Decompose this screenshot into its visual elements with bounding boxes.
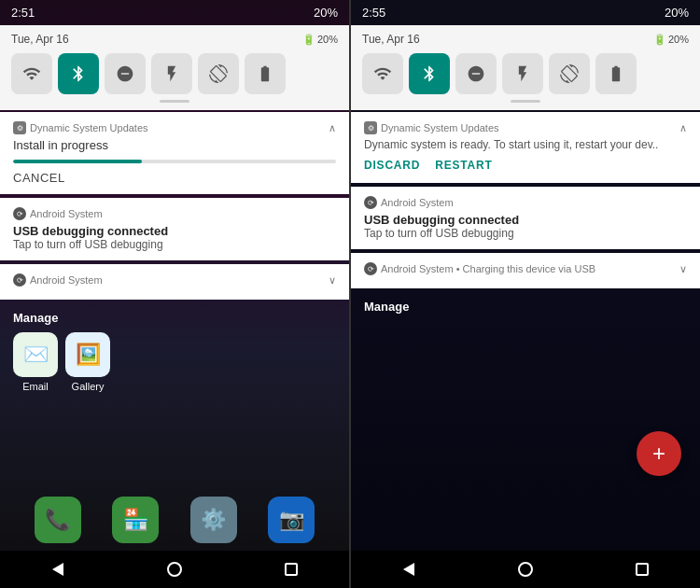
r-bluetooth-toggle[interactable]: [409, 53, 450, 94]
right-nav-recent[interactable]: [631, 558, 653, 581]
left-app-grid: ✉️ Email 🖼️ Gallery: [13, 332, 336, 392]
r-notif-dsu-app-name: ⚙ Dynamic System Updates: [364, 121, 499, 134]
right-battery-icon: 🔋 20%: [653, 34, 689, 46]
notif-dsu-cancel[interactable]: CANCEL: [13, 171, 336, 185]
dnd-toggle[interactable]: [105, 53, 146, 94]
dock-camera[interactable]: 📷: [268, 497, 315, 543]
r-notif-dsu-header: ⚙ Dynamic System Updates ∧: [364, 121, 687, 134]
app-item-gallery[interactable]: 🖼️ Gallery: [65, 332, 110, 392]
left-phone-panel: 2:51 20% Tue, Apr 16 🔋 20%: [0, 0, 349, 588]
notif-charging-app-name: ⟳ Android System: [13, 273, 103, 287]
charging-app-icon: ⟳: [13, 273, 26, 287]
left-time: 2:51: [11, 6, 35, 20]
fab-button[interactable]: +: [637, 431, 681, 476]
left-date: Tue, Apr 16: [11, 33, 69, 46]
right-nav-home[interactable]: [514, 558, 537, 581]
left-manage-label: Manage: [13, 311, 336, 325]
right-manage-label: Manage: [364, 300, 687, 314]
left-dock: 📞 🏪 ⚙️ 📷: [0, 489, 349, 551]
left-notif-charging[interactable]: ⟳ Android System ∨: [0, 264, 349, 300]
flashlight-toggle[interactable]: [151, 53, 192, 94]
left-nav-bar: [0, 551, 349, 588]
discard-button[interactable]: DISCARD: [364, 157, 420, 174]
battery-saver-toggle[interactable]: [245, 53, 286, 94]
recent-icon: [285, 563, 298, 576]
left-nav-recent[interactable]: [280, 558, 302, 581]
notif-dsu-header: ⚙ Dynamic System Updates ∧: [13, 121, 336, 134]
left-manage-section: Manage ✉️ Email 🖼️ Gallery: [0, 301, 349, 398]
right-time: 2:55: [362, 6, 385, 20]
r-flashlight-toggle[interactable]: [502, 53, 543, 94]
notif-usb-title: USB debugging connected: [13, 224, 336, 238]
dock-store[interactable]: 🏪: [112, 497, 159, 543]
r-home-icon: [518, 562, 533, 577]
home-icon: [167, 562, 182, 577]
r-battery-saver-toggle[interactable]: [595, 53, 637, 94]
right-date: Tue, Apr 16: [362, 33, 420, 46]
notif-dsu-progress-bar: [13, 160, 336, 163]
restart-button[interactable]: RESTART: [435, 157, 492, 174]
right-nav-bar: [351, 551, 700, 588]
r-notif-usb-app-name: ⟳ Android System: [364, 196, 454, 209]
dock-settings[interactable]: ⚙️: [190, 497, 237, 543]
left-nav-back[interactable]: [47, 558, 69, 581]
dsu-app-icon: ⚙: [13, 121, 26, 134]
notif-usb-body: Tap to turn off USB debugging: [13, 238, 336, 251]
notif-charging-expand[interactable]: ∨: [329, 274, 336, 287]
email-icon-box: ✉️: [13, 332, 58, 377]
right-quick-settings: Tue, Apr 16 🔋 20%: [351, 25, 700, 110]
rotate-toggle[interactable]: [198, 53, 239, 94]
notif-dsu-app-name: ⚙ Dynamic System Updates: [13, 121, 148, 134]
r-dnd-toggle[interactable]: [455, 53, 497, 94]
r-notif-usb-title: USB debugging connected: [364, 213, 687, 227]
dock-phone[interactable]: 📞: [35, 497, 81, 543]
r-notif-charging-expand[interactable]: ∨: [679, 263, 687, 275]
right-nav-back[interactable]: [398, 558, 420, 581]
notif-usb-header: ⟳ Android System: [13, 207, 336, 220]
r-notif-usb-header: ⟳ Android System: [364, 196, 687, 209]
right-status-bar: 2:55 20%: [351, 0, 700, 25]
left-quick-settings: Tue, Apr 16 🔋 20%: [0, 25, 349, 110]
r-usb-app-icon: ⟳: [364, 196, 377, 209]
left-qs-icons: [11, 53, 338, 94]
notif-dsu-title: Install in progress: [13, 138, 336, 152]
right-notif-usb[interactable]: ⟳ Android System USB debugging connected…: [351, 187, 700, 249]
left-notif-usb[interactable]: ⟳ Android System USB debugging connected…: [0, 198, 349, 260]
right-qs-icons: [362, 53, 689, 94]
right-notif-dsu[interactable]: ⚙ Dynamic System Updates ∧ Dynamic syste…: [351, 112, 700, 183]
left-notif-dsu[interactable]: ⚙ Dynamic System Updates ∧ Install in pr…: [0, 112, 349, 194]
left-status-bar: 2:51 20%: [0, 0, 349, 25]
notif-dsu-progress-fill: [13, 160, 142, 163]
left-nav-home[interactable]: [163, 558, 186, 581]
r-recent-icon: [636, 563, 649, 576]
right-phone-panel: 2:55 20% Tue, Apr 16 🔋 20%: [351, 0, 700, 588]
r-rotate-toggle[interactable]: [549, 53, 590, 94]
fab-icon: +: [652, 441, 665, 467]
notif-charging-header: ⟳ Android System ∨: [13, 273, 336, 287]
left-battery: 20%: [314, 6, 338, 20]
back-icon: [52, 563, 63, 576]
r-back-icon: [403, 563, 414, 576]
left-qs-date-row: Tue, Apr 16 🔋 20%: [11, 33, 338, 46]
r-notif-charging-app-name: ⟳ Android System • Charging this device …: [364, 262, 595, 275]
right-manage-section: Manage: [351, 290, 700, 327]
r-wifi-toggle[interactable]: [362, 53, 403, 94]
notif-usb-app-name: ⟳ Android System: [13, 207, 103, 220]
email-label: Email: [22, 381, 49, 392]
r-notif-dsu-collapse[interactable]: ∧: [679, 122, 687, 134]
r-charging-app-icon: ⟳: [364, 262, 377, 275]
app-item-email[interactable]: ✉️ Email: [13, 332, 58, 392]
r-qs-drag-handle: [511, 100, 540, 103]
qs-drag-handle: [160, 100, 189, 103]
gallery-label: Gallery: [72, 381, 105, 392]
r-notif-dsu-title: Dynamic system is ready. To start using …: [364, 138, 687, 151]
r-dsu-app-icon: ⚙: [364, 121, 377, 134]
notif-dsu-collapse[interactable]: ∧: [329, 122, 336, 134]
left-battery-icon: 🔋 20%: [302, 34, 338, 46]
bluetooth-toggle[interactable]: [58, 53, 99, 94]
r-notif-charging-header: ⟳ Android System • Charging this device …: [364, 262, 687, 275]
right-notif-charging[interactable]: ⟳ Android System • Charging this device …: [351, 253, 700, 288]
r-notif-dsu-actions: DISCARD RESTART: [364, 157, 687, 174]
gallery-icon-box: 🖼️: [65, 332, 110, 377]
wifi-toggle[interactable]: [11, 53, 52, 94]
